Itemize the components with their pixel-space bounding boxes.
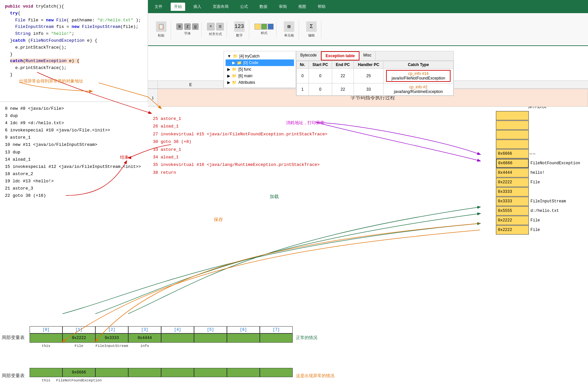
tree-item-attributes[interactable]: ▶ 📁 Attributes: [226, 79, 294, 86]
annotation-exception-addr: 出现异常会得到异常类的对象地址: [19, 78, 83, 84]
exc-class-0: java/io/FileNotFoundException: [392, 76, 445, 80]
lv-exc-note: 这是出现异常的情况: [296, 373, 334, 379]
ribbon-group-align: ≡ ☰ 对齐方式: [204, 21, 227, 38]
stack-panel: 操作数栈 0x6666 0x6666 FileNotFoundException…: [489, 102, 585, 312]
ribbon-group-styles: 样式: [252, 22, 277, 37]
cp-link-0[interactable]: cp_info #14: [408, 71, 429, 76]
lv-exc-d-7: [260, 368, 293, 377]
tab-view[interactable]: 视图: [295, 3, 309, 11]
stack-box-3333-1: 0x3333: [496, 187, 529, 196]
instr-35: 35 invokevirtual #16 <java/lang/RuntimeE…: [153, 161, 373, 169]
paste-icon[interactable]: 📋: [156, 21, 166, 32]
lv-d-5: [194, 333, 227, 343]
style-box-2[interactable]: [261, 24, 267, 30]
instr-34: 34 aload_1: [153, 153, 373, 161]
stack-row-6666-1: 0x6666: [496, 149, 585, 158]
lv-normal-table: [0] [1] [2] [3] [4] [5] [6] [7] 0x2222 0…: [30, 326, 293, 349]
stack-row-empty-4: [496, 140, 585, 149]
stack-box-2222-3: 0x2222: [496, 225, 529, 235]
cp-link-1[interactable]: cp_info #2: [409, 85, 428, 89]
instr-25: 25 astore_1: [153, 115, 373, 123]
bc-line-10: 19 ldc #13 <hello!>: [5, 178, 143, 185]
stack-box-6666-2: 0x6666: [496, 159, 529, 168]
code-line-5: String info = "hello!";: [5, 31, 143, 37]
stack-box-4444: 0x4444: [496, 168, 529, 177]
code-line-6: }catch (FileNotFoundException e) {: [5, 37, 143, 44]
expand-icon-4: ▶: [227, 74, 230, 78]
lv-exc-n-6: [227, 377, 260, 384]
align-left-icon[interactable]: ≡: [207, 23, 215, 31]
tree-label-main: [6] main: [238, 74, 253, 78]
underline-icon[interactable]: U: [192, 23, 199, 30]
lv-exc-d-0: [30, 368, 62, 377]
sum-icon[interactable]: Σ: [306, 21, 317, 32]
tab-misc[interactable]: Misc: [359, 51, 376, 60]
tab-layout[interactable]: 页面布局: [209, 3, 232, 11]
tab-review[interactable]: 审阅: [276, 3, 290, 11]
code-line-9: catch(RuntimeException e) {: [5, 58, 143, 65]
bc-line-4: 9 astore_1: [5, 134, 143, 141]
tree-item-code[interactable]: ▶ 📁 [0] Code: [226, 59, 294, 66]
exc-handler-0: 25: [354, 69, 383, 83]
code-panel: public void tryCatch(){ try{ File file =…: [0, 0, 148, 102]
style-box-3[interactable]: [268, 24, 274, 30]
tab-data[interactable]: 数据: [256, 3, 271, 11]
col-catch-type: Catch Type: [383, 61, 453, 69]
italic-icon[interactable]: I: [184, 23, 191, 30]
lv-n-1: File: [62, 343, 95, 349]
col-nr: Nr.: [297, 61, 309, 69]
col-handler-pc: Handler PC: [354, 61, 383, 69]
lv-d-3: 0x4444: [128, 333, 161, 343]
stack-box-6666-1: 0x6666: [496, 149, 529, 158]
stack-box-2222-2: 0x2222: [496, 216, 529, 225]
edit-label: 编辑: [308, 33, 315, 38]
lv-h-1: [1]: [62, 326, 95, 333]
bc-line-8: 15 invokespecial #12 <java/io/FileInputS…: [5, 163, 143, 170]
stack-row-3333-1: 0x3333: [496, 187, 585, 196]
style-box-1[interactable]: [255, 24, 260, 30]
corner-cell: [148, 81, 158, 88]
tab-formula[interactable]: 公式: [237, 3, 251, 11]
bc-line-0: 0 new #8 <java/io/File>: [5, 105, 143, 112]
tab-file[interactable]: 文件: [151, 3, 166, 11]
align-center-icon[interactable]: ☰: [216, 23, 224, 31]
tab-home[interactable]: 开始: [171, 3, 185, 11]
tab-exception-table[interactable]: Exception table: [321, 51, 359, 60]
toolbar-tabs: 文件 开始 插入 页面布局 公式 数据 审阅 视图 帮助: [148, 0, 588, 13]
align-label: 对齐方式: [209, 32, 222, 36]
lv-h-4: [4]: [161, 326, 194, 333]
label-load: 加载: [270, 194, 279, 200]
instr-33: 33 astore_1: [153, 146, 373, 153]
bold-icon[interactable]: B: [176, 23, 183, 30]
stack-box-e3: [496, 130, 529, 139]
lv-exception-table: 0x6666 this FileNotFoundException: [30, 368, 293, 384]
tree-item-main[interactable]: ▶ 📁 [6] main: [226, 73, 294, 79]
lv-exc-n-2: [95, 377, 128, 384]
tab-help[interactable]: 帮助: [314, 3, 329, 11]
lv-n-4: [161, 343, 194, 349]
stack-box-e2: [496, 121, 529, 130]
tree-item-func[interactable]: ▶ 📁 [5] func: [226, 66, 294, 73]
expand-icon: ▼: [227, 54, 231, 58]
bc-line-1: 3 dup: [5, 112, 143, 120]
insert-cell-icon[interactable]: ⊞: [284, 21, 294, 32]
lv-normal-headers: [0] [1] [2] [3] [4] [5] [6] [7]: [30, 326, 293, 333]
stack-row-empty-2: [496, 121, 585, 130]
stack-row-5555: 0x5555 d:/hello.txt: [496, 206, 585, 216]
exception-row-0: 0 0 22 25 cp_info #14 java/io/FileNotFou…: [297, 69, 453, 83]
number-icon[interactable]: 123: [234, 21, 245, 32]
lv-normal-note: 正常的情况: [296, 335, 317, 341]
stack-label-file-1: File: [530, 180, 540, 185]
exception-row-1: 1 0 22 33 cp_info #2 java/lang/RuntimeEx…: [297, 83, 453, 96]
tab-insert[interactable]: 插入: [190, 3, 205, 11]
bytecode-left-panel: 0 new #8 <java/io/File> 3 dup 4 ldc #9 <…: [0, 102, 148, 314]
stack-row-2222-1: 0x2222 File: [496, 178, 585, 187]
folder-icon-4: 📁: [232, 74, 237, 78]
tab-bytecode[interactable]: Bytecode: [296, 51, 321, 60]
lv-exc-n-7: [260, 377, 293, 384]
number-label: 数字: [236, 33, 243, 38]
stack-label-file-2: File: [530, 218, 540, 223]
ribbon-group-paste: 📋 粘贴: [151, 20, 171, 39]
lv-h-7: [7]: [260, 326, 293, 333]
tree-item-tryCatch[interactable]: ▼ 📁 [4] tryCatch: [226, 53, 294, 59]
